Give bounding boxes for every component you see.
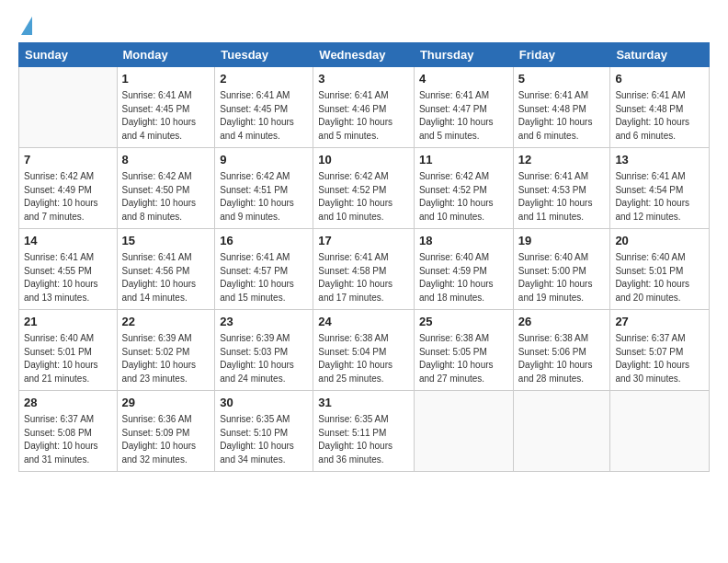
day-info: Sunrise: 6:42 AM Sunset: 4:50 PM Dayligh…	[122, 170, 210, 224]
day-number: 7	[24, 152, 112, 168]
day-cell: 19Sunrise: 6:40 AM Sunset: 5:00 PM Dayli…	[513, 229, 610, 310]
day-cell: 20Sunrise: 6:40 AM Sunset: 5:01 PM Dayli…	[610, 229, 710, 310]
day-number: 21	[24, 314, 112, 330]
day-cell: 24Sunrise: 6:38 AM Sunset: 5:04 PM Dayli…	[313, 310, 415, 391]
day-number: 24	[318, 314, 409, 330]
day-info: Sunrise: 6:38 AM Sunset: 5:04 PM Dayligh…	[318, 332, 409, 385]
day-cell: 11Sunrise: 6:42 AM Sunset: 4:52 PM Dayli…	[414, 148, 513, 229]
day-info: Sunrise: 6:41 AM Sunset: 4:45 PM Dayligh…	[122, 89, 210, 143]
day-number: 29	[122, 395, 210, 411]
day-number: 27	[615, 314, 704, 330]
day-cell	[19, 67, 118, 148]
day-number: 9	[220, 152, 308, 168]
day-info: Sunrise: 6:41 AM Sunset: 4:48 PM Dayligh…	[518, 89, 606, 143]
week-row-2: 7Sunrise: 6:42 AM Sunset: 4:49 PM Daylig…	[19, 148, 710, 229]
day-info: Sunrise: 6:41 AM Sunset: 4:46 PM Dayligh…	[318, 89, 409, 143]
day-number: 18	[419, 233, 508, 249]
day-cell: 1Sunrise: 6:41 AM Sunset: 4:45 PM Daylig…	[117, 67, 215, 148]
calendar-table: SundayMondayTuesdayWednesdayThursdayFrid…	[18, 42, 710, 472]
day-number: 10	[318, 152, 409, 168]
day-number: 4	[419, 71, 508, 87]
day-info: Sunrise: 6:41 AM Sunset: 4:56 PM Dayligh…	[122, 251, 210, 304]
day-cell: 29Sunrise: 6:36 AM Sunset: 5:09 PM Dayli…	[117, 391, 215, 472]
day-info: Sunrise: 6:38 AM Sunset: 5:05 PM Dayligh…	[419, 332, 508, 385]
day-number: 13	[615, 152, 704, 168]
day-cell: 6Sunrise: 6:41 AM Sunset: 4:48 PM Daylig…	[610, 67, 710, 148]
day-number: 19	[518, 233, 606, 249]
day-info: Sunrise: 6:42 AM Sunset: 4:52 PM Dayligh…	[318, 170, 409, 224]
day-info: Sunrise: 6:35 AM Sunset: 5:10 PM Dayligh…	[220, 413, 308, 466]
day-number: 28	[24, 395, 112, 411]
day-cell: 15Sunrise: 6:41 AM Sunset: 4:56 PM Dayli…	[117, 229, 215, 310]
day-cell: 18Sunrise: 6:40 AM Sunset: 4:59 PM Dayli…	[414, 229, 513, 310]
day-number: 23	[220, 314, 308, 330]
day-info: Sunrise: 6:41 AM Sunset: 4:53 PM Dayligh…	[518, 170, 606, 224]
day-cell: 31Sunrise: 6:35 AM Sunset: 5:11 PM Dayli…	[313, 391, 415, 472]
day-number: 17	[318, 233, 409, 249]
col-header-saturday: Saturday	[610, 43, 710, 67]
day-cell: 21Sunrise: 6:40 AM Sunset: 5:01 PM Dayli…	[19, 310, 118, 391]
header-row: SundayMondayTuesdayWednesdayThursdayFrid…	[19, 43, 710, 67]
week-row-4: 21Sunrise: 6:40 AM Sunset: 5:01 PM Dayli…	[19, 310, 710, 391]
day-info: Sunrise: 6:40 AM Sunset: 5:00 PM Dayligh…	[518, 251, 606, 304]
day-cell: 17Sunrise: 6:41 AM Sunset: 4:58 PM Dayli…	[313, 229, 415, 310]
day-number: 31	[318, 395, 409, 411]
day-cell: 25Sunrise: 6:38 AM Sunset: 5:05 PM Dayli…	[414, 310, 513, 391]
day-number: 20	[615, 233, 704, 249]
day-info: Sunrise: 6:42 AM Sunset: 4:52 PM Dayligh…	[419, 170, 508, 224]
day-cell: 26Sunrise: 6:38 AM Sunset: 5:06 PM Dayli…	[513, 310, 610, 391]
col-header-thursday: Thursday	[414, 43, 513, 67]
day-info: Sunrise: 6:41 AM Sunset: 4:57 PM Dayligh…	[220, 251, 308, 304]
day-info: Sunrise: 6:37 AM Sunset: 5:07 PM Dayligh…	[615, 332, 704, 385]
day-number: 3	[318, 71, 409, 87]
day-cell	[414, 391, 513, 472]
header	[18, 17, 710, 33]
day-cell: 7Sunrise: 6:42 AM Sunset: 4:49 PM Daylig…	[19, 148, 118, 229]
day-cell: 30Sunrise: 6:35 AM Sunset: 5:10 PM Dayli…	[215, 391, 313, 472]
day-number: 25	[419, 314, 508, 330]
day-number: 26	[518, 314, 606, 330]
day-cell: 14Sunrise: 6:41 AM Sunset: 4:55 PM Dayli…	[19, 229, 118, 310]
day-number: 11	[419, 152, 508, 168]
day-number: 1	[122, 71, 210, 87]
day-number: 8	[122, 152, 210, 168]
day-info: Sunrise: 6:36 AM Sunset: 5:09 PM Dayligh…	[122, 413, 210, 466]
day-info: Sunrise: 6:39 AM Sunset: 5:02 PM Dayligh…	[122, 332, 210, 385]
day-cell: 16Sunrise: 6:41 AM Sunset: 4:57 PM Dayli…	[215, 229, 313, 310]
day-cell	[513, 391, 610, 472]
col-header-friday: Friday	[513, 43, 610, 67]
day-cell: 23Sunrise: 6:39 AM Sunset: 5:03 PM Dayli…	[215, 310, 313, 391]
day-cell: 10Sunrise: 6:42 AM Sunset: 4:52 PM Dayli…	[313, 148, 415, 229]
day-info: Sunrise: 6:41 AM Sunset: 4:47 PM Dayligh…	[419, 89, 508, 143]
day-info: Sunrise: 6:37 AM Sunset: 5:08 PM Dayligh…	[24, 413, 112, 466]
week-row-5: 28Sunrise: 6:37 AM Sunset: 5:08 PM Dayli…	[19, 391, 710, 472]
day-number: 16	[220, 233, 308, 249]
day-info: Sunrise: 6:40 AM Sunset: 5:01 PM Dayligh…	[615, 251, 704, 304]
day-info: Sunrise: 6:40 AM Sunset: 4:59 PM Dayligh…	[419, 251, 508, 304]
day-cell: 4Sunrise: 6:41 AM Sunset: 4:47 PM Daylig…	[414, 67, 513, 148]
day-info: Sunrise: 6:39 AM Sunset: 5:03 PM Dayligh…	[220, 332, 308, 385]
day-info: Sunrise: 6:42 AM Sunset: 4:49 PM Dayligh…	[24, 170, 112, 224]
logo	[18, 17, 32, 33]
day-number: 2	[220, 71, 308, 87]
day-info: Sunrise: 6:41 AM Sunset: 4:54 PM Dayligh…	[615, 170, 704, 224]
week-row-3: 14Sunrise: 6:41 AM Sunset: 4:55 PM Dayli…	[19, 229, 710, 310]
page: SundayMondayTuesdayWednesdayThursdayFrid…	[0, 0, 728, 563]
day-number: 22	[122, 314, 210, 330]
col-header-tuesday: Tuesday	[215, 43, 313, 67]
day-number: 14	[24, 233, 112, 249]
day-number: 5	[518, 71, 606, 87]
week-row-1: 1Sunrise: 6:41 AM Sunset: 4:45 PM Daylig…	[19, 67, 710, 148]
day-number: 6	[615, 71, 704, 87]
day-cell: 3Sunrise: 6:41 AM Sunset: 4:46 PM Daylig…	[313, 67, 415, 148]
day-number: 15	[122, 233, 210, 249]
day-number: 30	[220, 395, 308, 411]
day-info: Sunrise: 6:41 AM Sunset: 4:48 PM Dayligh…	[615, 89, 704, 143]
day-cell: 13Sunrise: 6:41 AM Sunset: 4:54 PM Dayli…	[610, 148, 710, 229]
day-cell: 9Sunrise: 6:42 AM Sunset: 4:51 PM Daylig…	[215, 148, 313, 229]
day-cell: 8Sunrise: 6:42 AM Sunset: 4:50 PM Daylig…	[117, 148, 215, 229]
day-info: Sunrise: 6:38 AM Sunset: 5:06 PM Dayligh…	[518, 332, 606, 385]
day-info: Sunrise: 6:41 AM Sunset: 4:58 PM Dayligh…	[318, 251, 409, 304]
col-header-monday: Monday	[117, 43, 215, 67]
day-info: Sunrise: 6:42 AM Sunset: 4:51 PM Dayligh…	[220, 170, 308, 224]
